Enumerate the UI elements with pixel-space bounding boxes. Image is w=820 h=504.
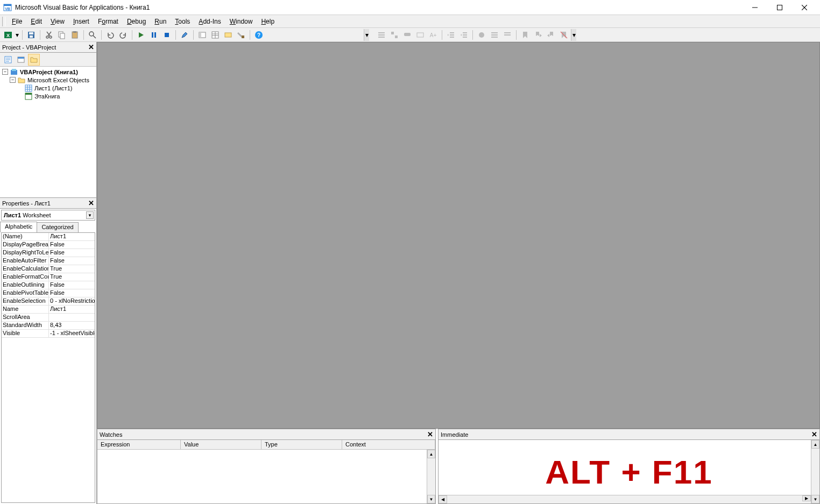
scroll-up-icon[interactable]: ▲	[811, 440, 819, 449]
view-object-icon[interactable]	[15, 54, 27, 66]
property-value[interactable]	[49, 314, 95, 321]
immediate-vscroll[interactable]: ▲ ▼	[811, 440, 819, 503]
property-row[interactable]: EnablePivotTableFalse	[2, 289, 95, 297]
tab-alphabetic[interactable]: Alphabetic	[0, 222, 37, 232]
watch-col-type[interactable]: Type	[261, 440, 342, 449]
properties-panel-header[interactable]: Properties - Лист1 ✕	[0, 198, 96, 209]
reset-icon[interactable]	[161, 29, 173, 41]
immediate-header[interactable]: Immediate ✕	[439, 429, 819, 440]
quick-info-icon[interactable]	[401, 29, 413, 41]
property-value[interactable]: False	[49, 281, 95, 289]
property-value[interactable]: True	[49, 265, 95, 273]
minimize-button[interactable]	[743, 0, 767, 15]
property-row[interactable]: NameЛист1	[2, 306, 95, 314]
close-button[interactable]	[792, 0, 817, 15]
properties-panel-close-icon[interactable]: ✕	[87, 198, 95, 207]
project-explorer-icon[interactable]	[196, 29, 208, 41]
watches-vscroll[interactable]: ▲ ▼	[427, 450, 435, 503]
properties-grid[interactable]: (Name)Лист1DisplayPageBreaksFalseDisplay…	[1, 232, 95, 503]
property-value[interactable]: False	[49, 257, 95, 265]
property-row[interactable]: StandardWidth8,43	[2, 322, 95, 330]
menu-format[interactable]: Format	[94, 16, 123, 27]
outdent-icon[interactable]	[458, 29, 470, 41]
maximize-button[interactable]	[767, 0, 792, 15]
insert-dropdown[interactable]: ▾	[15, 29, 19, 41]
property-value[interactable]: False	[49, 249, 95, 257]
property-row[interactable]: Visible-1 - xlSheetVisible	[2, 330, 95, 338]
bookmark-next-icon[interactable]	[532, 29, 544, 41]
menu-run[interactable]: Run	[150, 16, 171, 27]
tree-root[interactable]: − VBAProject (Книга1)	[1, 68, 95, 76]
break-icon[interactable]	[148, 29, 160, 41]
bookmark-clear-icon[interactable]	[558, 29, 570, 41]
toolbar-overflow-1[interactable]: ▾	[364, 29, 369, 41]
indent-icon[interactable]	[445, 29, 457, 41]
properties-window-icon[interactable]	[209, 29, 221, 41]
help-icon[interactable]: ?	[253, 29, 265, 41]
menu-window[interactable]: Window	[225, 16, 257, 27]
property-value[interactable]: Лист1	[49, 306, 95, 313]
property-value[interactable]: 8,43	[49, 322, 95, 329]
tree-collapse-icon[interactable]: −	[2, 69, 8, 75]
copy-icon[interactable]	[56, 29, 68, 41]
toggle-folders-icon[interactable]	[28, 54, 40, 66]
properties-object-combo[interactable]: Лист1 Worksheet ▼	[1, 210, 95, 221]
project-panel-header[interactable]: Project - VBAProject ✕	[0, 42, 96, 53]
undo-icon[interactable]	[104, 29, 116, 41]
bookmark-toggle-icon[interactable]	[519, 29, 531, 41]
tree-collapse-icon[interactable]: −	[10, 77, 16, 83]
project-tree[interactable]: − VBAProject (Книга1) − Microsoft Excel …	[0, 67, 96, 197]
complete-word-icon[interactable]: A+	[427, 29, 439, 41]
watches-header[interactable]: Watches ✕	[97, 429, 435, 440]
uncomment-block-icon[interactable]	[501, 29, 513, 41]
property-value[interactable]: 0 - xlNoRestrictions	[49, 297, 95, 305]
property-row[interactable]: EnableFormatConditionsCalculationTrue	[2, 273, 95, 281]
redo-icon[interactable]	[117, 29, 129, 41]
breakpoint-icon[interactable]	[476, 29, 487, 41]
comment-block-icon[interactable]	[489, 29, 500, 41]
toolbar-overflow-2[interactable]: ▾	[571, 29, 576, 41]
list-constants-icon[interactable]	[388, 29, 400, 41]
save-icon[interactable]	[25, 29, 37, 41]
property-value[interactable]: True	[49, 273, 95, 281]
property-value[interactable]: False	[49, 289, 95, 297]
watches-body[interactable]: ▲ ▼	[97, 450, 435, 503]
tab-categorized[interactable]: Categorized	[37, 222, 78, 233]
property-row[interactable]: DisplayRightToLeftFalse	[2, 249, 95, 257]
toolbox-icon[interactable]	[235, 29, 247, 41]
view-code-icon[interactable]	[2, 54, 14, 66]
tree-workbook[interactable]: ЭтаКнига	[1, 92, 95, 100]
property-row[interactable]: (Name)Лист1	[2, 233, 95, 241]
watch-col-expression[interactable]: Expression	[97, 440, 181, 449]
immediate-hscroll[interactable]: ◀ ▶	[439, 495, 811, 503]
immediate-close-icon[interactable]: ✕	[810, 430, 818, 438]
view-excel-icon[interactable]: X	[2, 29, 14, 41]
bookmark-prev-icon[interactable]	[545, 29, 557, 41]
scroll-down-icon[interactable]: ▼	[811, 495, 819, 503]
menu-help[interactable]: Help	[257, 16, 279, 27]
property-row[interactable]: ScrollArea	[2, 314, 95, 322]
property-row[interactable]: EnableSelection0 - xlNoRestrictions	[2, 297, 95, 306]
cut-icon[interactable]	[43, 29, 55, 41]
run-icon[interactable]	[135, 29, 147, 41]
property-value[interactable]: False	[49, 241, 95, 249]
menu-insert[interactable]: Insert	[69, 16, 94, 27]
immediate-body[interactable]: ALT + F11 ▲ ▼ ◀ ▶	[439, 440, 819, 503]
menu-file[interactable]: File	[8, 16, 26, 27]
property-value[interactable]: Лист1	[49, 233, 95, 240]
property-row[interactable]: EnableOutliningFalse	[2, 281, 95, 289]
scroll-down-icon[interactable]: ▼	[427, 495, 435, 503]
menu-debug[interactable]: Debug	[123, 16, 150, 27]
scroll-right-icon[interactable]: ▶	[802, 495, 811, 501]
scroll-left-icon[interactable]: ◀	[439, 495, 447, 503]
property-row[interactable]: EnableCalculationTrue	[2, 265, 95, 273]
object-browser-icon[interactable]	[222, 29, 234, 41]
menu-edit[interactable]: Edit	[26, 16, 46, 27]
menu-tools[interactable]: Tools	[171, 16, 194, 27]
tree-sheet[interactable]: Лист1 (Лист1)	[1, 84, 95, 92]
list-properties-icon[interactable]	[376, 29, 387, 41]
watch-col-value[interactable]: Value	[181, 440, 261, 449]
find-icon[interactable]	[87, 29, 98, 41]
design-mode-icon[interactable]	[179, 29, 190, 41]
project-panel-close-icon[interactable]: ✕	[87, 42, 95, 51]
